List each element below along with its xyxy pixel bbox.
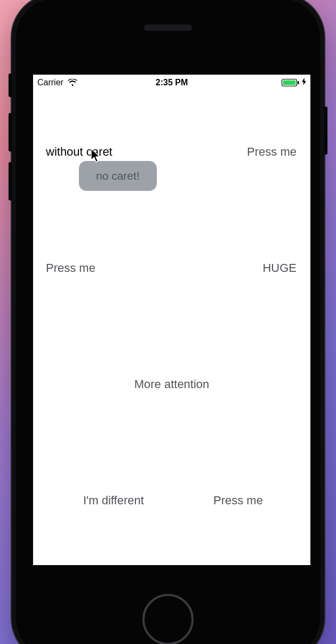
svg-rect-1 (283, 80, 296, 85)
mute-switch[interactable] (9, 74, 12, 97)
tooltip-text: no caret! (96, 170, 140, 182)
more-attention-button[interactable]: More attention (134, 377, 210, 391)
charging-icon (302, 78, 306, 87)
press-me-button-mid-left[interactable]: Press me (46, 261, 95, 275)
volume-up-button[interactable] (9, 113, 12, 151)
huge-button[interactable]: HUGE (262, 261, 297, 275)
device-screen: Carrier 2:35 PM wi (33, 75, 310, 565)
wifi-icon (68, 79, 77, 86)
battery-icon (282, 79, 300, 86)
power-button[interactable] (324, 107, 327, 155)
volume-down-button[interactable] (9, 162, 12, 200)
home-button[interactable] (142, 594, 194, 644)
without-caret-button[interactable]: without caret (46, 145, 113, 159)
clock: 2:35 PM (156, 78, 188, 87)
press-me-button-bottom-right[interactable]: Press me (213, 494, 263, 508)
tooltip-no-caret: no caret! (79, 161, 157, 191)
carrier-label: Carrier (37, 78, 63, 87)
im-different-button[interactable]: I'm different (83, 494, 144, 508)
status-bar: Carrier 2:35 PM (33, 75, 310, 91)
svg-rect-2 (298, 81, 299, 84)
press-me-button-top-right[interactable]: Press me (247, 145, 297, 159)
app-content: without caret Press me no caret! Press m… (33, 91, 310, 565)
speaker-grill (144, 25, 192, 31)
